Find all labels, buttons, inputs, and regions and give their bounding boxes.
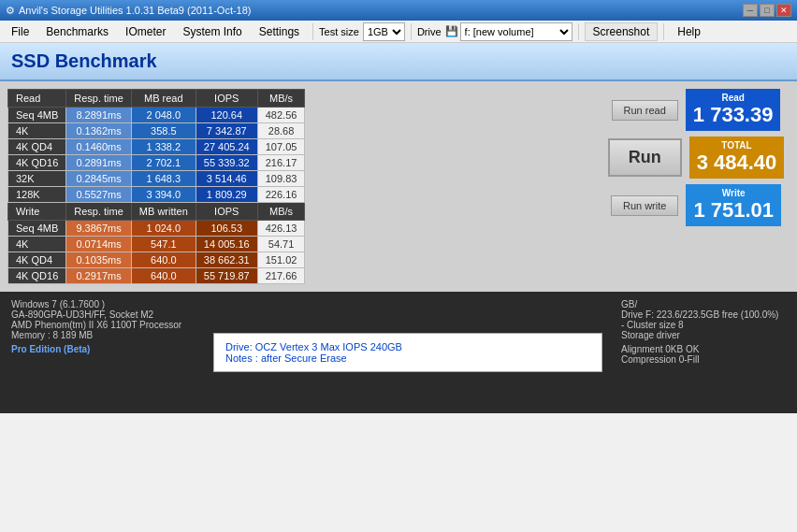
table-row: Seq 4MB 8.2891ms 2 048.0 120.64 482.56 <box>8 108 305 123</box>
read-score-value: 1 733.39 <box>693 103 774 127</box>
drive-info-center: Drive: OCZ Vertex 3 Max IOPS 240GB Notes… <box>206 292 610 413</box>
right-panel: Run read Read 1 733.39 Run TOTAL 3 484.4… <box>602 89 790 284</box>
write-header-row: Write Resp. time MB written IOPS MB/s <box>8 203 305 221</box>
pro-edition: Pro Edition (Beta) <box>11 344 195 354</box>
wrow-4k-mb: 547.1 <box>131 237 196 252</box>
row-32k-iops: 3 514.46 <box>196 171 257 187</box>
table-row: 4K QD4 0.1460ms 1 338.2 27 405.24 107.05 <box>8 139 305 155</box>
test-size-select[interactable]: 1GB <box>363 22 405 41</box>
row-32k-resp: 0.2845ms <box>66 171 132 187</box>
col-header-read: Read <box>8 90 66 108</box>
write-score-value: 1 751.01 <box>693 198 774 223</box>
row-4kqd16-label: 4K QD16 <box>8 155 66 171</box>
row-4kqd16-resp: 0.2891ms <box>66 155 132 171</box>
row-4kqd4-mb: 1 338.2 <box>131 139 196 155</box>
benchmark-table: Read Resp. time MB read IOPS MB/s Seq 4M… <box>7 89 305 284</box>
menu-iometer[interactable]: IOmeter <box>118 23 173 40</box>
row-4kqd4-mbs: 107.05 <box>257 139 305 155</box>
row-4k-resp: 0.1362ms <box>66 123 132 139</box>
alignment-info: Alignment 0KB OK <box>621 344 786 354</box>
run-write-button[interactable]: Run write <box>611 195 678 216</box>
table-row: 4K 0.0714ms 547.1 14 005.16 54.71 <box>8 237 305 252</box>
row-4k-mbs: 28.68 <box>257 123 305 139</box>
menu-system-info[interactable]: System Info <box>175 23 249 40</box>
col-header-mb-read: MB read <box>131 90 196 108</box>
board-info: GA-890GPA-UD3H/FF, Socket M2 <box>11 309 195 320</box>
wrow-4kqd16-mb: 640.0 <box>131 268 196 284</box>
total-score-box: TOTAL 3 484.40 <box>689 137 785 179</box>
wrow-4k-mbs: 54.71 <box>257 237 305 252</box>
row-4kqd16-iops: 55 339.32 <box>196 155 257 171</box>
row-128k-mb: 3 394.0 <box>131 187 196 203</box>
menu-file[interactable]: File <box>4 23 36 40</box>
row-4kqd4-iops: 27 405.24 <box>196 139 257 155</box>
wrow-4kqd4-resp: 0.1035ms <box>66 252 132 268</box>
divider-3 <box>578 23 579 40</box>
menu-bar: File Benchmarks IOmeter System Info Sett… <box>0 21 797 43</box>
wrow-seq4mb-mbs: 426.13 <box>257 221 305 237</box>
wrow-4kqd16-label: 4K QD16 <box>8 268 66 284</box>
table-row: 128K 0.5527ms 3 394.0 1 809.29 226.16 <box>8 187 305 203</box>
title-bar: ⚙ Anvil's Storage Utilities 1.0.31 Beta9… <box>0 0 797 21</box>
compression-info: Compression 0-Fill <box>621 354 786 365</box>
row-seq4mb-mb: 2 048.0 <box>131 108 196 123</box>
read-row: Run read Read 1 733.39 <box>612 89 781 131</box>
row-4kqd4-resp: 0.1460ms <box>66 139 132 155</box>
row-4k-label: 4K <box>8 123 66 139</box>
wrow-seq4mb-iops: 106.53 <box>196 221 257 237</box>
screenshot-button[interactable]: Screenshot <box>585 22 659 41</box>
window-controls: ─ □ ✕ <box>743 4 791 17</box>
run-read-button[interactable]: Run read <box>612 100 678 121</box>
cluster-info: - Cluster size 8 <box>621 320 786 330</box>
write-score-label: Write <box>693 188 774 198</box>
col-header-write-mbs: MB/s <box>257 203 305 221</box>
app-icon: ⚙ <box>6 5 15 17</box>
menu-benchmarks[interactable]: Benchmarks <box>38 23 116 40</box>
close-button[interactable]: ✕ <box>776 4 791 17</box>
row-128k-iops: 1 809.29 <box>196 187 257 203</box>
menu-settings[interactable]: Settings <box>252 23 307 40</box>
wrow-4kqd4-mb: 640.0 <box>131 252 196 268</box>
wrow-seq4mb-mb: 1 024.0 <box>131 221 196 237</box>
table-row: 4K QD16 0.2891ms 2 702.1 55 339.32 216.1… <box>8 155 305 171</box>
drive-free: Drive F: 223.6/223.5GB free (100.0%) <box>621 309 786 320</box>
table-row: 4K QD16 0.2917ms 640.0 55 719.87 217.66 <box>8 268 305 284</box>
read-score-box: Read 1 733.39 <box>686 89 781 131</box>
row-128k-mbs: 226.16 <box>257 187 305 203</box>
drive-info-box: Drive: OCZ Vertex 3 Max IOPS 240GB Notes… <box>213 333 602 372</box>
drive-select[interactable]: f: [new volume] <box>460 22 572 41</box>
wrow-4kqd16-mbs: 217.66 <box>257 268 305 284</box>
bottom-info: Windows 7 (6.1.7600 ) GA-890GPA-UD3H/FF,… <box>0 292 797 413</box>
row-seq4mb-resp: 8.2891ms <box>66 108 132 123</box>
page-title: SSD Benchmark <box>11 50 786 72</box>
minimize-button[interactable]: ─ <box>743 4 758 17</box>
wrow-4k-label: 4K <box>8 237 66 252</box>
wrow-4k-iops: 14 005.16 <box>196 237 257 252</box>
divider-4 <box>663 23 664 40</box>
wrow-4kqd4-iops: 38 662.31 <box>196 252 257 268</box>
read-score-label: Read <box>693 93 774 103</box>
divider-2 <box>411 23 412 40</box>
row-4kqd16-mb: 2 702.1 <box>131 155 196 171</box>
row-seq4mb-label: Seq 4MB <box>8 108 66 123</box>
menu-help[interactable]: Help <box>670 23 708 40</box>
table-row: Seq 4MB 9.3867ms 1 024.0 106.53 426.13 <box>8 221 305 237</box>
row-32k-mb: 1 648.3 <box>131 171 196 187</box>
wrow-4kqd16-iops: 55 719.87 <box>196 268 257 284</box>
total-score-label: TOTAL <box>697 140 777 151</box>
system-info: Windows 7 (6.1.7600 ) GA-890GPA-UD3H/FF,… <box>0 292 206 413</box>
gb-label: GB/ <box>621 299 786 309</box>
maximize-button[interactable]: □ <box>760 4 775 17</box>
cpu-info: AMD Phenom(tm) II X6 1100T Processor <box>11 320 195 330</box>
row-4kqd16-mbs: 216.17 <box>257 155 305 171</box>
wrow-4k-resp: 0.0714ms <box>66 237 132 252</box>
col-header-write-iops: IOPS <box>196 203 257 221</box>
row-32k-label: 32K <box>8 171 66 187</box>
row-4kqd4-label: 4K QD4 <box>8 139 66 155</box>
wrow-4kqd4-mbs: 151.02 <box>257 252 305 268</box>
write-score-box: Write 1 751.01 <box>686 184 781 226</box>
table-row: 4K 0.1362ms 358.5 7 342.87 28.68 <box>8 123 305 139</box>
run-button[interactable]: Run <box>608 138 682 177</box>
row-seq4mb-mbs: 482.56 <box>257 108 305 123</box>
os-info: Windows 7 (6.1.7600 ) <box>11 299 195 309</box>
